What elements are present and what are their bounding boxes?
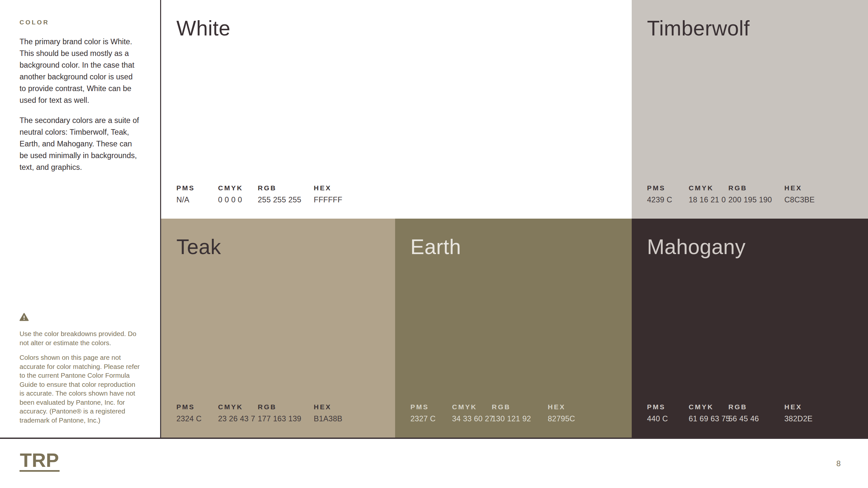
spec-label-hex: HEX — [314, 184, 342, 192]
spec-value-hex: FFFFFF — [314, 196, 342, 204]
spec-value-rgb: 200 195 190 — [728, 196, 784, 204]
spec-value-rgb: 56 45 46 — [728, 415, 784, 423]
spec-value-hex: B1A38B — [314, 415, 342, 423]
spec-label-hex: HEX — [784, 403, 813, 411]
spec-value-cmyk: 61 69 63 75 — [689, 415, 728, 423]
page-number: 8 — [836, 459, 841, 468]
warning-paragraph: Colors shown on this page are not accura… — [20, 353, 142, 425]
swatch-panel-teak: Teak PMS2324 C CMYK23 26 43 7 RGB177 163… — [161, 219, 395, 437]
spec-label-hex: HEX — [314, 403, 342, 411]
spec-label-rgb: RGB — [258, 403, 314, 411]
spec-value-hex: C8C3BE — [784, 196, 815, 204]
spec-value-hex: 382D2E — [784, 415, 813, 423]
warning-triangle-icon — [20, 313, 142, 322]
spec-label-cmyk: CMYK — [689, 184, 728, 192]
swatch-panel-mahogany: Mahogany PMS440 C CMYK61 69 63 75 RGB56 … — [632, 219, 868, 437]
spec-value-pms: 2327 C — [410, 415, 452, 423]
spec-label-rgb: RGB — [258, 184, 314, 192]
sidebar: COLOR The primary brand color is White. … — [0, 0, 160, 438]
color-specs: PMS2324 C CMYK23 26 43 7 RGB177 163 139 … — [177, 403, 342, 423]
spec-label-cmyk: CMYK — [218, 403, 258, 411]
swatch-panel-earth: Earth PMS2327 C CMYK34 33 60 27 RGB130 1… — [395, 219, 632, 437]
intro-paragraph: The primary brand color is White. This s… — [20, 36, 139, 106]
warning-paragraph: Use the color breakdowns provided. Do no… — [20, 329, 142, 347]
color-specs: PMS440 C CMYK61 69 63 75 RGB56 45 46 HEX… — [647, 403, 813, 423]
footer: TRP 8 — [0, 439, 868, 488]
spec-value-hex: 82795C — [548, 415, 575, 423]
spec-label-cmyk: CMYK — [689, 403, 728, 411]
swatch-title: Timberwolf — [647, 17, 750, 40]
swatch-panel-white: White PMSN/A CMYK0 0 0 0 RGB255 255 255 … — [161, 0, 632, 219]
spec-value-pms: 440 C — [647, 415, 689, 423]
swatch-title: White — [177, 17, 230, 40]
spec-label-pms: PMS — [410, 403, 452, 411]
spec-value-pms: 4239 C — [647, 196, 689, 204]
spec-label-pms: PMS — [647, 184, 689, 192]
spec-label-cmyk: CMYK — [452, 403, 492, 411]
spec-label-hex: HEX — [784, 184, 815, 192]
spec-value-cmyk: 23 26 43 7 — [218, 415, 258, 423]
swatch-title: Mahogany — [647, 235, 746, 258]
trp-logo: TRP — [20, 452, 60, 472]
spec-value-rgb: 177 163 139 — [258, 415, 314, 423]
color-specs: PMSN/A CMYK0 0 0 0 RGB255 255 255 HEXFFF… — [177, 184, 342, 204]
spec-value-cmyk: 0 0 0 0 — [218, 196, 258, 204]
color-specs: PMS2327 C CMYK34 33 60 27 RGB130 121 92 … — [410, 403, 575, 423]
spec-label-hex: HEX — [548, 403, 575, 411]
spec-label-rgb: RGB — [728, 184, 784, 192]
color-specs: PMS4239 C CMYK18 16 21 0 RGB200 195 190 … — [647, 184, 815, 204]
intro-copy: The primary brand color is White. This s… — [20, 36, 139, 173]
spec-label-rgb: RGB — [492, 403, 548, 411]
spec-value-rgb: 255 255 255 — [258, 196, 314, 204]
swatch-panel-timberwolf: Timberwolf PMS4239 C CMYK18 16 21 0 RGB2… — [632, 0, 868, 219]
spec-label-pms: PMS — [177, 184, 218, 192]
spec-label-rgb: RGB — [728, 403, 784, 411]
spec-label-pms: PMS — [177, 403, 218, 411]
swatch-title: Teak — [177, 235, 221, 258]
spec-value-pms: 2324 C — [177, 415, 218, 423]
spec-value-cmyk: 18 16 21 0 — [689, 196, 728, 204]
spec-label-cmyk: CMYK — [218, 184, 258, 192]
swatch-title: Earth — [410, 235, 461, 258]
spec-label-pms: PMS — [647, 403, 689, 411]
spec-value-cmyk: 34 33 60 27 — [452, 415, 492, 423]
intro-paragraph: The secondary colors are a suite of neut… — [20, 115, 139, 173]
spec-value-pms: N/A — [177, 196, 218, 204]
color-accuracy-warning: Use the color breakdowns provided. Do no… — [20, 313, 142, 425]
spec-value-rgb: 130 121 92 — [492, 415, 548, 423]
section-label: COLOR — [20, 19, 141, 26]
